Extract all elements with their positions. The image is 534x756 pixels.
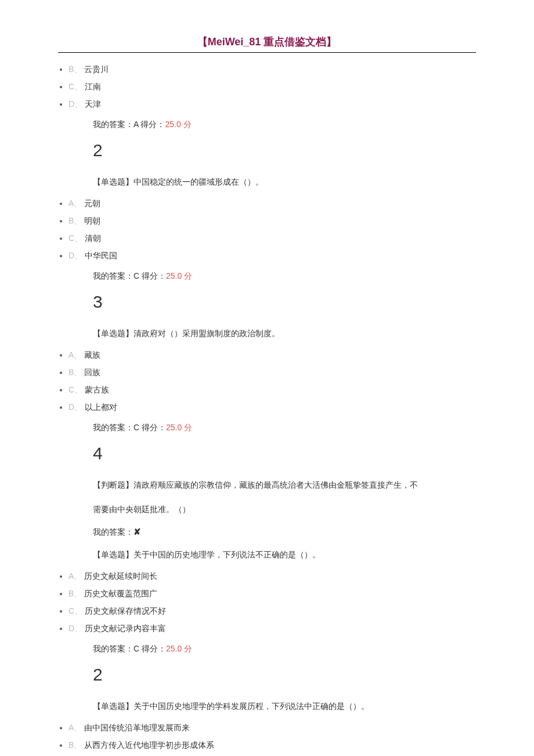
option-text: 明朝 — [84, 216, 100, 225]
option-letter: B、 — [68, 589, 82, 598]
q6-number: 2 — [93, 658, 476, 691]
option-text: 回族 — [84, 368, 100, 377]
q3-answer: 我的答案：C 得分：25.0 分 — [93, 420, 476, 435]
q3-stem: 【单选题】清政府对（）采用盟旗制度的政治制度。 — [93, 324, 476, 344]
q5-score: 25.0 分 — [166, 644, 192, 653]
q3-option-a: A、藏族 — [68, 350, 476, 361]
q1-answer: 我的答案：A 得分：25.0 分 — [93, 117, 476, 132]
q2-options: A、元朝 B、明朝 C、清朝 D、中华民国 — [58, 199, 476, 261]
q2-number: 2 — [93, 134, 476, 167]
q3-score: 25.0 分 — [166, 423, 192, 432]
option-letter: D、 — [68, 251, 82, 260]
x-mark-icon: ✘ — [134, 527, 141, 537]
q1-option-b: B、云贵川 — [68, 64, 476, 75]
q4-number: 4 — [93, 437, 476, 470]
q5-option-d: D、历史文献记录内容丰富 — [68, 624, 476, 634]
q1-option-c: C、江南 — [68, 82, 476, 92]
q5-options: A、历史文献延续时间长 B、历史文献覆盖范围广 C、历史文献保存情况不好 D、历… — [58, 571, 476, 634]
q2-option-a: A、元朝 — [68, 199, 476, 209]
option-letter: A、 — [68, 350, 82, 359]
q5-stem: 【单选题】关于中国的历史地理学，下列说法不正确的是（）。 — [93, 545, 476, 565]
option-text: 历史文献延续时间长 — [84, 571, 157, 581]
q3-number: 3 — [93, 285, 476, 318]
option-letter: B、 — [68, 216, 82, 225]
option-letter: D、 — [68, 402, 82, 412]
option-letter: B、 — [68, 368, 82, 377]
option-text: 历史文献记录内容丰富 — [85, 624, 166, 633]
option-letter: B、 — [68, 64, 82, 74]
q2-stem: 【单选题】中国稳定的统一的疆域形成在（）。 — [93, 172, 476, 192]
option-text: 云贵川 — [84, 64, 109, 74]
option-letter: A、 — [68, 571, 82, 581]
option-letter: B、 — [68, 740, 82, 750]
option-text: 由中国传统沿革地理发展而来 — [84, 723, 190, 732]
q3-options: A、藏族 B、回族 C、蒙古族 D、以上都对 — [58, 350, 476, 413]
option-text: 中华民国 — [85, 251, 117, 260]
q2-option-b: B、明朝 — [68, 216, 476, 226]
q5-option-b: B、历史文献覆盖范围广 — [68, 589, 476, 599]
q4-answer: 我的答案：✘ — [93, 524, 476, 541]
option-text: 从西方传入近代地理学初步形成体系 — [84, 740, 214, 750]
option-text: 江南 — [85, 82, 101, 91]
option-letter: A、 — [68, 199, 82, 208]
option-text: 蒙古族 — [85, 385, 109, 394]
q3-option-b: B、回族 — [68, 368, 476, 378]
q5-option-c: C、历史文献保存情况不好 — [68, 606, 476, 617]
option-letter: A、 — [68, 723, 82, 732]
q1-score: 25.0 分 — [165, 120, 191, 129]
q2-option-c: C、清朝 — [68, 233, 476, 244]
q4-stem-line1: 【判断题】清政府顺应藏族的宗教信仰，藏族的最高统治者大活佛由金瓶挚签直接产生，不 — [93, 476, 476, 495]
option-text: 历史文献覆盖范围广 — [84, 589, 157, 598]
q5-answer: 我的答案：C 得分：25.0 分 — [93, 641, 476, 657]
page-header: 【MeiWei_81 重点借鉴文档】 — [58, 35, 476, 53]
q1-option-d: D、天津 — [68, 99, 476, 110]
q6-options: A、由中国传统沿革地理发展而来 B、从西方传入近代地理学初步形成体系 C、边疆危… — [58, 723, 476, 756]
q6-option-a: A、由中国传统沿革地理发展而来 — [68, 723, 476, 733]
q6-option-b: B、从西方传入近代地理学初步形成体系 — [68, 740, 476, 751]
option-text: 元朝 — [84, 199, 100, 208]
q1-options: B、云贵川 C、江南 D、天津 — [58, 64, 476, 110]
option-letter: C、 — [68, 82, 82, 91]
option-letter: C、 — [68, 385, 82, 394]
q2-score: 25.0 分 — [166, 271, 192, 280]
option-letter: D、 — [68, 99, 82, 109]
option-text: 以上都对 — [85, 402, 117, 412]
q5-option-a: A、历史文献延续时间长 — [68, 571, 476, 582]
option-letter: C、 — [68, 233, 82, 243]
q2-answer: 我的答案：C 得分：25.0 分 — [93, 268, 476, 284]
q3-option-c: C、蒙古族 — [68, 385, 476, 395]
option-text: 藏族 — [84, 350, 100, 359]
q2-option-d: D、中华民国 — [68, 251, 476, 261]
option-letter: C、 — [68, 606, 82, 615]
option-letter: D、 — [68, 624, 82, 633]
q4-stem-line2: 需要由中央朝廷批准。（） — [93, 500, 476, 520]
q3-option-d: D、以上都对 — [68, 402, 476, 413]
option-text: 清朝 — [85, 233, 101, 243]
option-text: 天津 — [85, 99, 101, 109]
option-text: 历史文献保存情况不好 — [85, 606, 166, 615]
q6-stem: 【单选题】关于中国历史地理学的学科发展历程，下列说法中正确的是（）。 — [93, 697, 476, 717]
